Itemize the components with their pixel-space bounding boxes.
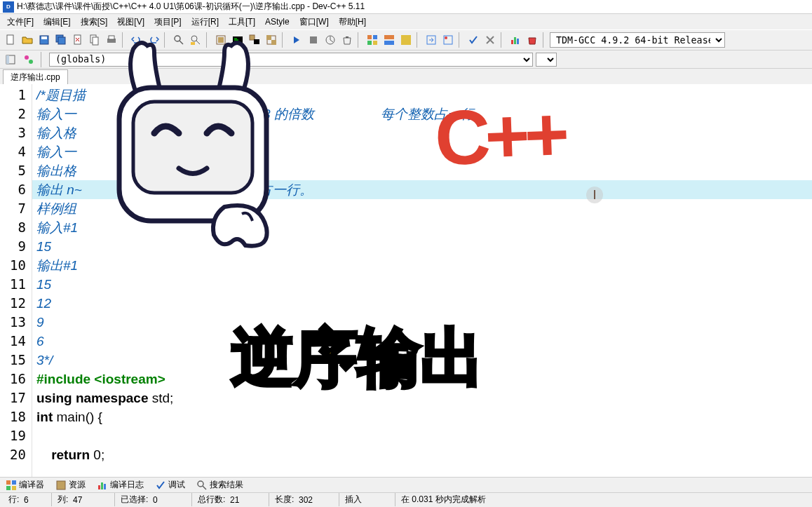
code-line[interactable]: int main() {: [32, 407, 812, 426]
replace-button[interactable]: [188, 32, 203, 48]
svg-rect-35: [517, 39, 519, 44]
menu-view[interactable]: 视图[V]: [113, 15, 149, 29]
code-line[interactable]: 6: [32, 332, 812, 351]
code-line[interactable]: 9: [32, 313, 812, 332]
svg-point-10: [175, 36, 180, 41]
rebuild-button[interactable]: [264, 32, 279, 48]
svg-rect-19: [266, 35, 271, 40]
find-button[interactable]: [171, 32, 187, 48]
stop-button[interactable]: [306, 32, 321, 48]
bottom-tab-resources[interactable]: 资源: [53, 478, 88, 492]
code-line[interactable]: 15: [32, 275, 812, 294]
trash-button[interactable]: [525, 32, 540, 48]
line-number: 4: [0, 142, 32, 161]
line-number: 14: [0, 332, 32, 351]
code-line[interactable]: 输入一 间满足是 3 的倍数 每个整数占一行。: [32, 104, 812, 123]
bottom-tab-search-results[interactable]: 搜索结果: [194, 478, 246, 492]
new-file-button[interactable]: [3, 32, 18, 48]
compiler-select[interactable]: TDM-GCC 4.9.2 64-bit Release: [550, 32, 725, 48]
code-line[interactable]: 样例组: [32, 199, 812, 218]
svg-rect-4: [58, 37, 65, 44]
line-number: 17: [0, 388, 32, 407]
menu-help[interactable]: 帮助[H]: [334, 15, 370, 29]
code-line[interactable]: /*题目描: [32, 86, 812, 104]
svg-rect-28: [384, 41, 394, 45]
toolbar-secondary: (globals): [0, 50, 812, 69]
layout1-button[interactable]: [365, 32, 380, 48]
code-line[interactable]: 输入一: [32, 142, 812, 161]
svg-rect-17: [254, 39, 259, 44]
member-select[interactable]: [536, 53, 557, 67]
line-number: 13: [0, 313, 32, 332]
print-button[interactable]: [104, 32, 119, 48]
code-line[interactable]: 输入#1: [32, 218, 812, 237]
line-number: 7: [0, 199, 32, 218]
cancel-button[interactable]: [482, 32, 498, 48]
app-icon: D: [3, 1, 14, 13]
scope-select[interactable]: (globals): [49, 53, 533, 67]
line-number: 12: [0, 294, 32, 313]
check-button[interactable]: [466, 32, 481, 48]
bottom-tab-compile-log[interactable]: 编译日志: [94, 478, 147, 492]
layout3-button[interactable]: [398, 32, 414, 48]
layout2-button[interactable]: [381, 32, 397, 48]
svg-rect-47: [104, 484, 106, 489]
menu-search[interactable]: 搜索[S]: [76, 15, 112, 29]
menu-file[interactable]: 文件[F]: [3, 15, 38, 29]
svg-rect-0: [7, 35, 13, 44]
menu-edit[interactable]: 编辑[E]: [39, 15, 75, 29]
svg-rect-20: [271, 40, 276, 45]
menu-window[interactable]: 窗口[W]: [295, 15, 333, 29]
class-browser-button[interactable]: [21, 52, 36, 67]
status-mode: 插入: [339, 493, 395, 506]
run-button[interactable]: [230, 32, 245, 48]
svg-point-39: [29, 60, 33, 64]
code-line[interactable]: #include <iostream>: [32, 370, 812, 388]
menu-run[interactable]: 运行[R]: [187, 15, 223, 29]
redo-button[interactable]: [146, 32, 161, 48]
compile-run-button[interactable]: [247, 32, 262, 48]
menu-tools[interactable]: 工具[T]: [224, 15, 259, 29]
code-line[interactable]: 输出 n~ ，每个整数占一行。: [32, 180, 812, 199]
goto-button[interactable]: [424, 32, 439, 48]
code-line[interactable]: 15: [32, 237, 812, 256]
undo-button[interactable]: [129, 32, 144, 48]
code-line[interactable]: 12: [32, 294, 812, 313]
code-line[interactable]: using namespace std;: [32, 388, 812, 407]
debug-button[interactable]: [289, 32, 304, 48]
code-line[interactable]: return 0;: [32, 445, 812, 464]
line-number: 11: [0, 275, 32, 294]
compile-button[interactable]: [213, 32, 229, 48]
menu-project[interactable]: 项目[P]: [150, 15, 186, 29]
svg-rect-7: [93, 37, 98, 45]
svg-rect-44: [57, 481, 65, 489]
bookmark-button[interactable]: [440, 32, 456, 48]
open-button[interactable]: [20, 32, 35, 48]
bottom-tab-compiler[interactable]: 编译器: [3, 478, 47, 492]
status-sel: 已选择: 0: [115, 493, 192, 506]
code-content[interactable]: /*题目描输入一 间满足是 3 的倍数 每个整数占一行。输入格输入一输出格输出 …: [32, 84, 812, 477]
close-button[interactable]: [70, 32, 86, 48]
line-number: 10: [0, 256, 32, 275]
svg-rect-12: [191, 42, 195, 45]
svg-rect-34: [514, 37, 516, 44]
menu-astyle[interactable]: AStyle: [261, 15, 294, 28]
editor-area[interactable]: 1234567891011121314151617181920 /*题目描输入一…: [0, 84, 812, 477]
svg-rect-24: [373, 35, 377, 39]
tab-file[interactable]: 逆序输出.cpp: [3, 69, 68, 85]
code-line[interactable]: 输入格: [32, 123, 812, 142]
code-line[interactable]: [32, 426, 812, 445]
log-icon: [97, 480, 108, 491]
clean-button[interactable]: [339, 32, 355, 48]
save-button[interactable]: [36, 32, 52, 48]
bottom-tab-debug[interactable]: 调试: [152, 478, 188, 492]
code-line[interactable]: 输出格: [32, 161, 812, 180]
chart-button[interactable]: [508, 32, 523, 48]
code-line[interactable]: 输出#1: [32, 256, 812, 275]
search-results-icon: [196, 480, 208, 491]
close-all-button[interactable]: [87, 32, 102, 48]
profile-button[interactable]: [323, 32, 338, 48]
save-all-button[interactable]: [53, 32, 69, 48]
code-line[interactable]: 3*/: [32, 351, 812, 370]
toggle-panel-button[interactable]: [3, 52, 18, 67]
